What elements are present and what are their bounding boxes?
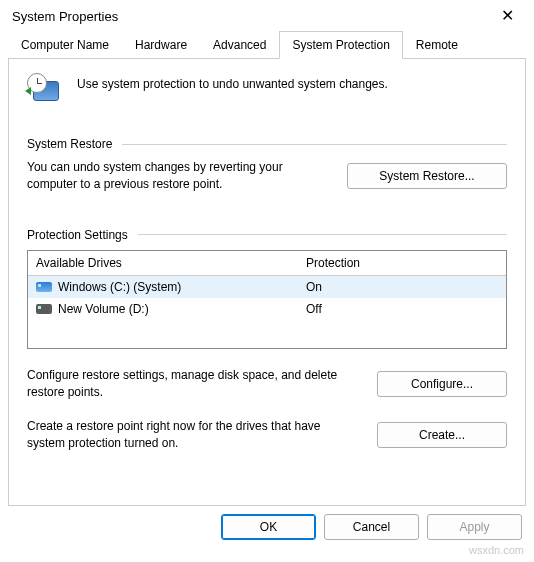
protection-settings-heading-label: Protection Settings (27, 228, 128, 242)
watermark: wsxdn.com (469, 544, 524, 556)
intro-text: Use system protection to undo unwanted s… (77, 73, 388, 91)
tab-hardware[interactable]: Hardware (122, 31, 200, 59)
tab-system-protection[interactable]: System Protection (279, 31, 402, 59)
protection-settings-heading: Protection Settings (27, 228, 507, 242)
titlebar: System Properties ✕ (0, 0, 534, 30)
configure-row: Configure restore settings, manage disk … (27, 367, 507, 402)
system-restore-heading: System Restore (27, 137, 507, 151)
drive-protection-status: Off (298, 298, 506, 320)
create-row: Create a restore point right now for the… (27, 418, 507, 453)
close-icon[interactable]: ✕ (492, 8, 522, 24)
drive-protection-status: On (298, 276, 506, 298)
system-restore-button[interactable]: System Restore... (347, 163, 507, 189)
apply-button[interactable]: Apply (427, 514, 522, 540)
intro-row: Use system protection to undo unwanted s… (27, 73, 507, 109)
divider (138, 234, 507, 235)
drives-table-header: Available Drives Protection (28, 251, 506, 276)
system-restore-icon (27, 73, 63, 109)
configure-button[interactable]: Configure... (377, 371, 507, 397)
cancel-button[interactable]: Cancel (324, 514, 419, 540)
column-available-drives[interactable]: Available Drives (28, 251, 298, 275)
drive-icon (36, 282, 52, 292)
tab-advanced[interactable]: Advanced (200, 31, 279, 59)
drive-name: Windows (C:) (System) (58, 280, 181, 294)
tab-computer-name[interactable]: Computer Name (8, 31, 122, 59)
system-restore-row: You can undo system changes by reverting… (27, 159, 507, 194)
drive-name: New Volume (D:) (58, 302, 149, 316)
table-row[interactable]: New Volume (D:) Off (28, 298, 506, 320)
ok-button[interactable]: OK (221, 514, 316, 540)
tab-remote[interactable]: Remote (403, 31, 471, 59)
column-protection[interactable]: Protection (298, 251, 506, 275)
divider (122, 144, 507, 145)
table-row[interactable]: Windows (C:) (System) On (28, 276, 506, 298)
drives-table: Available Drives Protection Windows (C:)… (27, 250, 507, 349)
tab-strip: Computer Name Hardware Advanced System P… (0, 30, 534, 58)
tab-content: Use system protection to undo unwanted s… (8, 58, 526, 506)
system-restore-heading-label: System Restore (27, 137, 112, 151)
configure-description: Configure restore settings, manage disk … (27, 367, 359, 402)
drives-table-body: Windows (C:) (System) On New Volume (D:)… (28, 276, 506, 348)
dialog-button-row: OK Cancel Apply (0, 506, 534, 540)
system-restore-description: You can undo system changes by reverting… (27, 159, 329, 194)
create-description: Create a restore point right now for the… (27, 418, 359, 453)
create-button[interactable]: Create... (377, 422, 507, 448)
window-title: System Properties (12, 9, 118, 24)
drive-icon (36, 304, 52, 314)
